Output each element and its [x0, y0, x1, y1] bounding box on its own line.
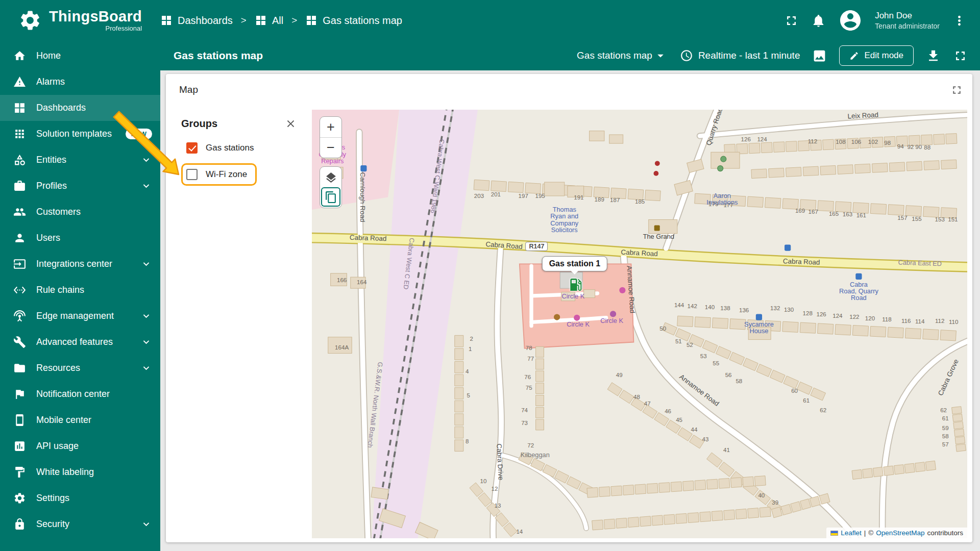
close-icon[interactable] [285, 118, 297, 130]
osm-link[interactable]: OpenStreetMap [876, 529, 924, 537]
sidebar-item-home[interactable]: Home [0, 43, 160, 69]
breadcrumb-item-dashboards[interactable]: Dashboards [160, 14, 233, 27]
ukraine-flag-icon [830, 531, 838, 536]
group-row-wi-fi-zone[interactable]: Wi-Fi zone [181, 163, 257, 186]
fullscreen-icon[interactable] [784, 13, 799, 28]
sidebar-item-label: Advanced features [36, 337, 140, 347]
sidebar-item-users[interactable]: Users [0, 225, 160, 251]
gas-station-marker[interactable] [568, 277, 584, 293]
notification-icon [13, 388, 26, 400]
notifications-bell-icon[interactable] [811, 13, 826, 28]
select-on-map-button[interactable] [321, 187, 340, 207]
sidebar-item-label: Resources [36, 363, 140, 373]
leaflet-link[interactable]: Leaflet [841, 529, 862, 537]
advanced-icon [13, 336, 26, 348]
sidebar-item-entities[interactable]: Entities [0, 147, 160, 173]
svg-text:39: 39 [772, 499, 778, 506]
dashboard-select[interactable]: Gas stations map [577, 48, 668, 63]
svg-text:74: 74 [521, 407, 528, 413]
sidebar-item-mobile-center[interactable]: Mobile center [0, 407, 160, 433]
svg-text:8: 8 [465, 438, 469, 444]
sidebar-item-label: API usage [36, 441, 152, 452]
edge-icon [13, 310, 26, 322]
user-role: Tenant administrator [875, 21, 940, 31]
sidebar-item-security[interactable]: Security [0, 511, 160, 537]
svg-text:Road: Road [851, 294, 867, 302]
chevron-down-icon [140, 336, 152, 348]
svg-text:Cabra Road: Cabra Road [350, 234, 387, 243]
sidebar-item-api-usage[interactable]: API usage [0, 433, 160, 459]
whitelabel-icon [13, 466, 26, 479]
topbar-actions: John Doe Tenant administrator [784, 8, 980, 33]
sidebar-item-settings[interactable]: Settings [0, 485, 160, 511]
svg-text:102: 102 [868, 138, 878, 145]
zoom-out-button[interactable]: − [320, 137, 341, 158]
svg-text:2: 2 [470, 335, 473, 342]
svg-text:197: 197 [518, 192, 528, 199]
alarms-icon [13, 76, 26, 88]
image-export-icon[interactable] [812, 48, 827, 63]
svg-text:76: 76 [524, 373, 531, 380]
profiles-icon [13, 180, 26, 192]
entities-icon [13, 154, 26, 166]
map-layers-button[interactable] [321, 168, 340, 187]
zoom-control: + − [320, 116, 342, 158]
svg-text:The Grand: The Grand [643, 233, 674, 240]
sidebar-item-label: White labeling [36, 467, 152, 478]
sidebar-item-solution-templates[interactable]: Solution templatesNEW [0, 121, 160, 147]
rulechains-icon [13, 284, 26, 296]
sidebar-item-notification-center[interactable]: Notification center [0, 381, 160, 407]
user-info: John Doe Tenant administrator [875, 10, 940, 31]
zoom-in-button[interactable]: + [320, 117, 341, 137]
sidebar-item-white-labeling[interactable]: White labeling [0, 459, 160, 485]
pencil-icon [849, 51, 859, 61]
sidebar-item-label: Customers [36, 207, 152, 217]
chevron-down-icon [140, 258, 152, 270]
sidebar-item-resources[interactable]: Resources [0, 355, 160, 381]
sidebar-item-customers[interactable]: Customers [0, 199, 160, 225]
sidebar-item-alarms[interactable]: Alarms [0, 69, 160, 95]
group-row-gas-stations[interactable]: Gas stations [181, 137, 264, 159]
sidebar-item-rule-chains[interactable]: Rule chains [0, 277, 160, 303]
svg-text:124: 124 [757, 136, 767, 142]
brand-subtitle: Professional [106, 24, 142, 32]
sidebar-item-label: Settings [36, 493, 152, 504]
svg-text:88: 88 [924, 144, 930, 151]
svg-text:201: 201 [491, 191, 501, 197]
brand-title: ThingsBoard [49, 9, 142, 24]
edit-mode-button[interactable]: Edit mode [839, 45, 914, 66]
sidebar-item-label: Mobile center [36, 415, 152, 425]
timewindow-button[interactable]: Realtime - last 1 minute [680, 49, 800, 62]
user-avatar-icon[interactable] [838, 8, 863, 33]
svg-text:49: 49 [616, 371, 623, 378]
svg-text:112: 112 [808, 138, 817, 144]
map-canvas[interactable]: 2032011971951911891871851791771691671651… [312, 110, 967, 538]
sidebar-item-profiles[interactable]: Profiles [0, 173, 160, 199]
thingsboard-logo[interactable]: ThingsBoard Professional [0, 9, 153, 32]
svg-text:13: 13 [495, 502, 501, 509]
svg-text:Insulations: Insulations [706, 198, 738, 206]
breadcrumb-item-gas-stations-map[interactable]: Gas stations map [305, 14, 402, 27]
sidebar-item-advanced-features[interactable]: Advanced features [0, 329, 160, 355]
sidebar-item-integrations-center[interactable]: Integrations center [0, 251, 160, 277]
svg-text:118: 118 [882, 316, 891, 322]
group-label: Wi-Fi zone [206, 169, 247, 180]
svg-text:132: 132 [770, 305, 780, 311]
widget-fullscreen-icon[interactable] [950, 84, 963, 96]
mobile-icon [13, 414, 26, 427]
sidebar-item-dashboards[interactable]: Dashboards [0, 95, 160, 121]
sidebar-item-edge-management[interactable]: Edge management [0, 303, 160, 329]
map-tiles: 2032011971951911891871851791771691671651… [312, 110, 967, 538]
svg-text:60: 60 [791, 387, 798, 394]
download-icon[interactable] [926, 48, 941, 63]
groups-panel: Groups Gas stationsWi-Fi zone [166, 106, 312, 542]
svg-text:72: 72 [527, 442, 534, 448]
svg-text:185: 185 [635, 198, 645, 205]
checked-checkbox[interactable] [186, 142, 198, 154]
svg-text:Cabra Road: Cabra Road [783, 257, 820, 266]
fullscreen-dashboard-icon[interactable] [953, 48, 968, 63]
unchecked-checkbox[interactable] [186, 169, 198, 180]
more-vertical-icon[interactable] [952, 13, 967, 28]
sidebar-item-label: Rule chains [36, 285, 152, 295]
breadcrumb-item-all[interactable]: All [255, 14, 283, 27]
